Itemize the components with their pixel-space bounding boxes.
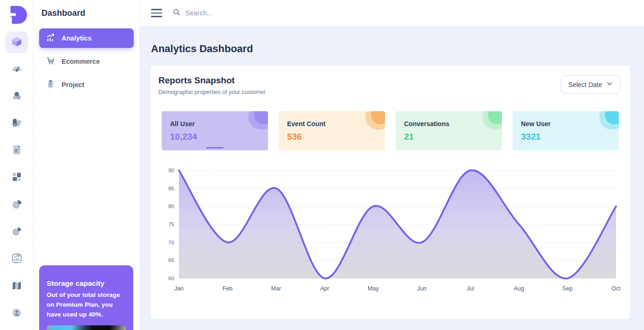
sidebar-item-ecommerce[interactable]: Ecommerce — [39, 52, 134, 71]
select-date-label: Select Date — [569, 81, 602, 88]
topbar — [140, 0, 644, 27]
stats-row: All User 10,234 Event Count 536 Conversa… — [162, 111, 623, 150]
select-date-button[interactable]: Select Date — [561, 75, 621, 94]
layout-grid-icon — [11, 171, 23, 185]
svg-text:May: May — [368, 285, 379, 292]
stat-value: 3321 — [521, 132, 610, 142]
storage-card-body: Out of your total storage on Premium Pla… — [47, 290, 126, 320]
stat-value: 10,234 — [170, 132, 260, 142]
stat-label: New User — [521, 120, 610, 128]
reports-snapshot-card: Reports Snapshot Demographic properties … — [151, 66, 630, 319]
storage-card-title: Storage capacity — [47, 279, 126, 288]
sidebar: Dashboard Analytics Ecommerce Project St… — [34, 0, 140, 330]
trending-up-icon — [46, 33, 55, 44]
stat-card-event-count[interactable]: Event Count 536 — [279, 111, 385, 150]
svg-text:60: 60 — [168, 276, 174, 281]
page-title: Analytics Dashboard — [151, 43, 630, 55]
svg-text:Feb: Feb — [222, 285, 233, 292]
stat-card-new-user[interactable]: New User 3321 — [513, 111, 619, 150]
rail-item-swatches[interactable] — [6, 113, 28, 135]
document-icon — [11, 144, 23, 158]
chevron-down-icon — [606, 81, 613, 88]
users-icon — [11, 90, 23, 104]
rail-item-users[interactable] — [6, 86, 28, 108]
area-chart[interactable]: 90858075706560JanFebMarAprMayJunJulAugSe… — [158, 166, 623, 300]
stat-value: 536 — [287, 132, 377, 142]
gauge-icon — [11, 62, 23, 76]
icon-rail — [0, 0, 34, 330]
svg-text:70: 70 — [168, 240, 174, 245]
rail-item-dashboard[interactable] — [6, 32, 28, 53]
svg-text:85: 85 — [168, 186, 174, 191]
svg-text:80: 80 — [168, 203, 174, 209]
menu-toggle-icon[interactable] — [151, 9, 162, 17]
rail-item-map[interactable] — [6, 276, 28, 297]
svg-text:75: 75 — [168, 222, 174, 227]
sidebar-item-label: Project — [62, 81, 84, 88]
search-icon — [172, 8, 181, 18]
main-area: Analytics Dashboard Reports Snapshot Dem… — [140, 0, 644, 330]
svg-text:Aug: Aug — [514, 285, 524, 292]
svg-text:Apr: Apr — [320, 285, 329, 292]
svg-text:Oct: Oct — [611, 285, 621, 292]
cart-icon — [46, 56, 55, 67]
rail-item-chart[interactable] — [6, 249, 28, 270]
stat-card-all-user[interactable]: All User 10,234 — [162, 111, 268, 150]
stat-value: 21 — [404, 132, 493, 142]
sidebar-item-analytics[interactable]: Analytics — [39, 28, 134, 48]
rail-item-gauge[interactable] — [6, 59, 28, 80]
svg-text:Jun: Jun — [417, 285, 426, 292]
pie-chart-icon — [11, 198, 23, 212]
storage-card-image — [47, 325, 126, 330]
clipboard-icon — [46, 79, 55, 90]
rail-item-pie[interactable] — [6, 195, 28, 216]
medal-icon — [11, 307, 23, 321]
sidebar-item-project[interactable]: Project — [39, 75, 134, 94]
storage-capacity-card: Storage capacity Out of your total stora… — [39, 265, 133, 330]
svg-text:Sep: Sep — [562, 285, 573, 292]
sidebar-item-label: Analytics — [62, 34, 91, 42]
report-subtitle: Demographic properties of your customer — [158, 89, 266, 95]
swatches-icon — [11, 117, 23, 131]
stat-card-conversations[interactable]: Conversations 21 — [396, 111, 502, 150]
rail-item-medal[interactable] — [6, 303, 28, 324]
svg-text:90: 90 — [168, 168, 174, 173]
app-logo-icon[interactable] — [6, 4, 27, 26]
page-content: Analytics Dashboard Reports Snapshot Dem… — [140, 27, 644, 319]
stat-label: All User — [170, 120, 260, 128]
cube-icon — [11, 35, 23, 49]
rail-item-document[interactable] — [6, 140, 28, 162]
map-icon — [11, 280, 23, 294]
svg-text:65: 65 — [168, 257, 174, 263]
donut-chart-icon — [11, 225, 23, 239]
svg-text:Mar: Mar — [271, 285, 281, 292]
svg-text:Jan: Jan — [174, 285, 184, 292]
report-title: Reports Snapshot — [158, 75, 266, 86]
stat-label: Conversations — [404, 120, 493, 128]
search-input[interactable] — [185, 9, 633, 17]
sidebar-title: Dashboard — [41, 8, 134, 18]
sidebar-item-label: Ecommerce — [62, 58, 100, 65]
svg-text:Jul: Jul — [466, 285, 474, 292]
rail-item-layout[interactable] — [6, 167, 28, 189]
stat-active-indicator — [206, 147, 224, 148]
stat-label: Event Count — [287, 120, 377, 128]
search-box — [172, 8, 633, 18]
rail-item-donut[interactable] — [6, 222, 28, 243]
chart-square-icon — [11, 252, 23, 266]
